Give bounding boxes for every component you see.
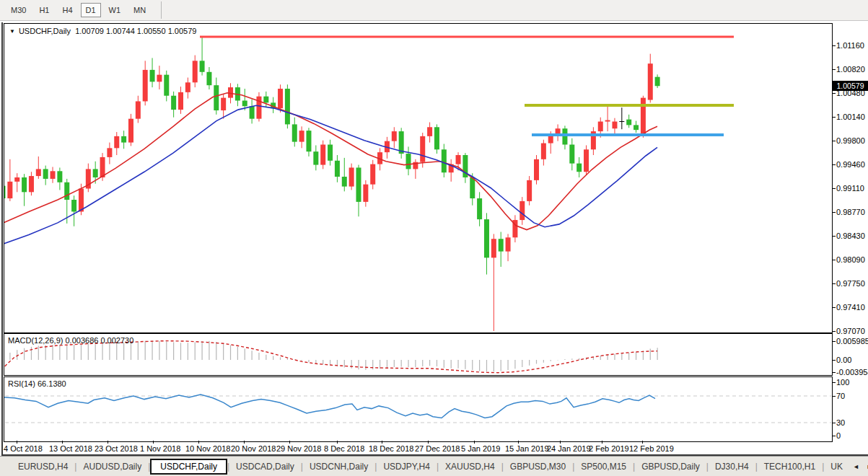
rsi-indicator[interactable]	[4, 377, 832, 441]
indicator-axis-tick	[833, 372, 836, 373]
chart-ohlc-values: 1.00709 1.00744 1.00550 1.00579	[75, 27, 196, 35]
date-axis-tick	[560, 441, 561, 444]
indicator-axis-tick	[833, 341, 836, 342]
date-axis-tick	[382, 441, 382, 444]
macd-header: MACD(12,26,9) 0.003686 0.002730	[8, 336, 133, 345]
indicator-axis-tick	[833, 382, 836, 383]
window-left-frame	[1, 22, 3, 455]
price-axis-tick	[833, 307, 836, 308]
indicator-axis-label: 0.005985	[836, 338, 868, 345]
chart-header: ▼USDCHF,Daily 1.00709 1.00744 1.00550 1.…	[9, 27, 196, 35]
tab-usdchf-daily[interactable]: USDCHF,Daily	[150, 459, 227, 475]
candles	[4, 37, 660, 331]
macd-values: 0.003686 0.002730	[65, 336, 133, 345]
indicator-axis-label: -0.003954	[836, 369, 868, 376]
timeframe-button-w1[interactable]: W1	[104, 3, 126, 17]
price-axis-tick	[833, 164, 836, 165]
tab-xauusd-h4[interactable]: XAUUSD,H4	[439, 459, 501, 475]
tab-usdcnh-daily[interactable]: USDCNH,Daily	[303, 459, 374, 475]
date-axis-label: 8 Dec 2018	[324, 444, 364, 453]
chart-tabs: EURUSD,H4|AUDUSD,Daily|USDCHF,Daily|USDC…	[12, 459, 849, 475]
date-axis-label: 5 Jan 2019	[461, 444, 500, 453]
price-axis-tick	[833, 188, 836, 189]
price-axis-tick	[833, 69, 836, 70]
date-axis-label: 18 Dec 2018	[369, 444, 413, 453]
date-axis-label: 4 Oct 2018	[4, 444, 43, 453]
tab-usdcad-daily[interactable]: USDCAD,Daily	[229, 459, 301, 475]
indicator-axis-label: 70	[836, 392, 845, 400]
chart-symbol-title: USDCHF,Daily	[19, 27, 71, 35]
price-axis-label: 0.98430	[836, 232, 865, 240]
rsi-label: RSI(14)	[8, 379, 35, 388]
date-axis-label: 15 Jan 2019	[505, 444, 549, 453]
tab-sp500-m15[interactable]: SP500,M15	[574, 459, 633, 475]
rsi-line	[4, 395, 655, 418]
date-axis-tick	[62, 441, 63, 444]
price-axis-label: 0.97410	[836, 304, 865, 312]
date-axis-label: 1 Nov 2018	[140, 444, 180, 453]
tab-audusd-daily[interactable]: AUDUSD,Daily	[76, 459, 148, 475]
date-axis-label: 23 Oct 2018	[95, 444, 138, 453]
date-axis-label: 2 Feb 2019	[589, 444, 629, 453]
rsi-value: 66.1380	[38, 379, 66, 388]
tab-scroll-right-icon[interactable]: ►	[863, 462, 868, 472]
date-axis-tick	[602, 441, 602, 444]
price-axis-tick	[833, 141, 836, 141]
price-axis-label: 0.99110	[836, 185, 864, 193]
indicator-axis-tick	[833, 423, 836, 423]
price-axis-label: 1.00140	[836, 113, 865, 121]
timeframe-toolbar: M30H1H4D1W1MN	[0, 0, 868, 21]
tab-uk[interactable]: UK	[824, 459, 849, 475]
tab-gbpusd-daily[interactable]: GBPUSD,Daily	[635, 459, 706, 475]
indicator-axis-label: 0.00	[836, 356, 851, 364]
tab-tech100-h1[interactable]: TECH100,H1	[758, 459, 822, 475]
date-axis-label: 12 Feb 2019	[629, 444, 674, 453]
tab-gbpusd-m30[interactable]: GBPUSD,M30	[504, 459, 572, 475]
tab-scroll-left-icon[interactable]: ◄	[849, 462, 863, 472]
main-chart-panel[interactable]	[4, 23, 833, 333]
candlestick-chart[interactable]	[4, 24, 832, 332]
current-price-badge: 1.00579	[833, 81, 868, 91]
indicator-axis-tick	[833, 436, 836, 436]
date-axis-label: 13 Oct 2018	[49, 444, 92, 453]
tab-usdjpy-h4[interactable]: USDJPY,H4	[377, 459, 436, 475]
date-axis-label: 27 Dec 2018	[415, 444, 460, 453]
date-axis-tick	[474, 441, 475, 444]
date-axis-tick	[198, 441, 199, 444]
chart-dropdown-arrow-icon[interactable]: ▼	[9, 28, 15, 35]
price-axis-tick	[833, 260, 836, 260]
date-axis-label: 20 Nov 2018	[231, 444, 276, 453]
toolbar-separator	[161, 1, 162, 19]
date-axis-tick	[289, 441, 290, 444]
rsi-panel[interactable]	[4, 376, 833, 442]
tab-eurusd-h4[interactable]: EURUSD,H4	[12, 459, 74, 475]
price-axis-tick	[833, 212, 836, 213]
price-axis-label: 0.98090	[836, 256, 865, 264]
price-axis-label: 0.99800	[836, 137, 865, 145]
tab-dj30-h4[interactable]: DJ30,H4	[709, 459, 755, 475]
indicator-axis-tick	[833, 396, 836, 397]
price-axis-tick	[833, 93, 836, 94]
indicator-axis-label: 0	[836, 432, 841, 440]
price-axis-label: 1.00820	[836, 66, 865, 74]
timeframe-button-h4[interactable]: H4	[57, 3, 77, 17]
date-axis-label: 29 Nov 2018	[276, 444, 321, 453]
timeframe-buttons: M30H1H4D1W1MN	[6, 3, 154, 17]
price-axis-label: 1.01160	[836, 42, 864, 50]
price-axis-label: 0.99460	[836, 161, 865, 169]
date-axis-tick	[518, 441, 519, 444]
price-axis-tick	[833, 331, 836, 332]
timeframe-button-mn[interactable]: MN	[128, 3, 151, 17]
date-axis-tick	[108, 441, 108, 444]
macd-label: MACD(12,26,9)	[8, 336, 63, 345]
timeframe-button-h1[interactable]: H1	[34, 3, 54, 17]
date-axis-tick	[17, 441, 17, 444]
price-axis-label: 0.98770	[836, 208, 865, 216]
timeframe-button-m30[interactable]: M30	[6, 3, 31, 17]
date-axis-tick	[428, 441, 429, 444]
timeframe-button-d1[interactable]: D1	[81, 3, 101, 17]
date-axis-tick	[642, 441, 643, 444]
price-axis-tick	[833, 117, 836, 118]
indicator-axis-tick	[833, 360, 836, 361]
price-axis-tick	[833, 45, 836, 46]
